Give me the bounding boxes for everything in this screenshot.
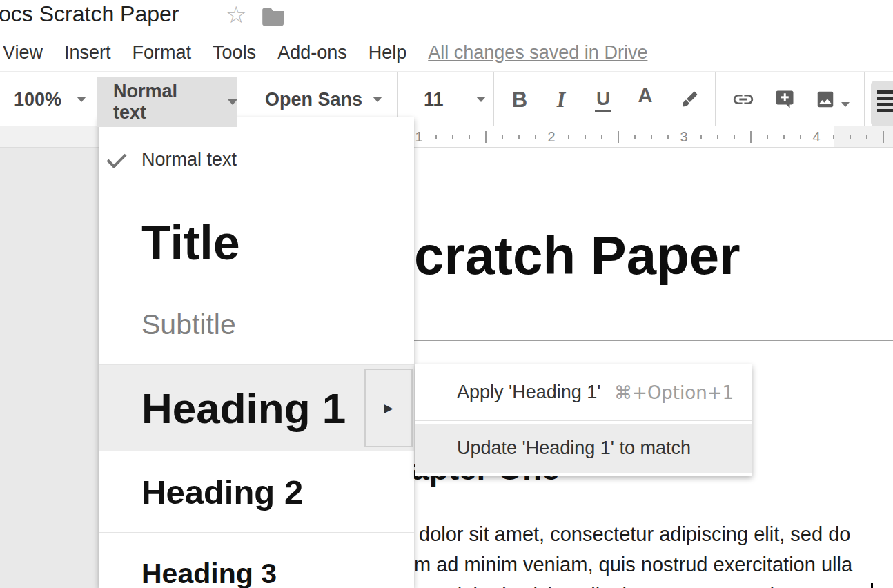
bold-button[interactable]: B <box>504 83 535 116</box>
style-option-label: Subtitle <box>141 308 236 341</box>
ruler-number: 4 <box>812 129 820 145</box>
style-option-label: Heading 2 <box>141 473 303 511</box>
menu-tools[interactable]: Tools <box>213 42 256 63</box>
menubar: View Insert Format Tools Add-ons Help Al… <box>3 39 647 66</box>
menu-view[interactable]: View <box>3 42 43 63</box>
heading1-submenu-toggle[interactable]: ▶ <box>364 369 413 447</box>
paint-format-icon <box>679 89 700 110</box>
font-family-value: Open Sans <box>265 89 362 110</box>
update-heading1-label: Update 'Heading 1' to match <box>457 438 691 459</box>
style-option-label: Heading 3 <box>141 558 277 588</box>
style-option-title[interactable]: Title <box>99 202 414 284</box>
insert-link-button[interactable] <box>728 83 758 116</box>
menu-insert[interactable]: Insert <box>64 42 111 63</box>
body-text-line[interactable]: mco laboris nisi ut aliquip ex ea commod… <box>414 580 823 588</box>
apply-heading1-label: Apply 'Heading 1' <box>457 382 600 403</box>
font-size-value: 11 <box>424 89 444 110</box>
apply-heading1-item[interactable]: Apply 'Heading 1' ⌘+Option+1 <box>415 364 752 421</box>
body-text-line[interactable]: m ad minim veniam, quis nostrud exercita… <box>414 549 852 580</box>
font-size-select[interactable]: 11 <box>424 72 486 127</box>
style-option-heading2[interactable]: Heading 2 <box>99 451 414 532</box>
update-heading1-item[interactable]: Update 'Heading 1' to match <box>415 424 752 473</box>
underline-button[interactable]: U <box>588 83 618 116</box>
menu-addons[interactable]: Add-ons <box>277 42 347 63</box>
document-title[interactable]: ocs Scratch Paper <box>0 1 179 27</box>
chevron-down-icon <box>476 97 486 102</box>
apply-heading1-shortcut: ⌘+Option+1 <box>614 382 734 403</box>
toolbar-divider <box>493 72 494 127</box>
body-text-line[interactable]: dolor sit amet, consectetur adipiscing e… <box>419 519 850 549</box>
style-option-heading1[interactable]: Heading 1 ▶ <box>99 364 414 451</box>
image-dropdown[interactable] <box>841 97 850 110</box>
document-heading-title[interactable]: cratch Paper <box>414 224 740 287</box>
paragraph-style-select[interactable]: Normal text <box>97 77 237 127</box>
bold-icon: B <box>512 89 527 110</box>
ruler-number: 1 <box>415 129 422 145</box>
text-color-button[interactable]: A <box>630 79 660 112</box>
paint-format-button[interactable] <box>674 83 705 116</box>
topbar: ocs Scratch Paper ☆ View Insert Format T… <box>0 0 893 71</box>
submenu-arrow-icon: ▶ <box>384 401 393 415</box>
insert-comment-button[interactable] <box>769 83 800 116</box>
style-option-label: Heading 1 <box>141 384 346 433</box>
link-icon <box>732 88 755 111</box>
chevron-down-icon <box>373 97 382 102</box>
toolbar-divider <box>864 72 865 127</box>
horizontal-rule <box>414 340 893 341</box>
save-status-link[interactable]: All changes saved in Drive <box>428 42 647 63</box>
align-left-icon <box>877 90 893 115</box>
folder-icon[interactable] <box>262 6 286 28</box>
style-option-label: Title <box>141 215 240 271</box>
comment-icon <box>774 89 795 110</box>
chevron-down-icon <box>841 102 850 107</box>
toolbar-divider <box>715 72 716 127</box>
underline-icon: U <box>595 88 611 112</box>
text-cursor <box>871 583 873 588</box>
paragraph-style-menu: Normal text Title Subtitle Heading 1 ▶ H… <box>99 117 414 588</box>
image-icon <box>815 89 836 110</box>
style-option-heading3[interactable]: Heading 3 <box>99 532 414 588</box>
insert-image-button[interactable] <box>810 83 841 116</box>
style-option-label: Normal text <box>141 149 237 170</box>
style-option-normal-text[interactable]: Normal text <box>99 117 414 202</box>
heading1-submenu: Apply 'Heading 1' ⌘+Option+1 Update 'Hea… <box>415 364 752 476</box>
zoom-value: 100% <box>14 89 61 110</box>
checkmark-icon <box>107 148 127 168</box>
style-option-subtitle[interactable]: Subtitle <box>99 284 414 364</box>
ruler-number: 3 <box>680 129 687 145</box>
ruler-number: 2 <box>547 129 555 145</box>
toolbar: 100% Normal text Open Sans 11 B I U A <box>0 71 893 127</box>
zoom-select[interactable]: 100% <box>14 72 86 127</box>
paragraph-style-value: Normal text <box>113 81 213 124</box>
star-icon[interactable]: ☆ <box>226 3 246 26</box>
italic-icon: I <box>557 89 565 110</box>
align-left-button[interactable] <box>871 81 893 126</box>
text-color-icon: A <box>638 86 653 106</box>
chevron-down-icon <box>228 99 237 105</box>
chevron-down-icon <box>77 97 86 102</box>
italic-button[interactable]: I <box>546 83 576 116</box>
menu-help[interactable]: Help <box>369 42 407 63</box>
menu-format[interactable]: Format <box>133 42 192 63</box>
